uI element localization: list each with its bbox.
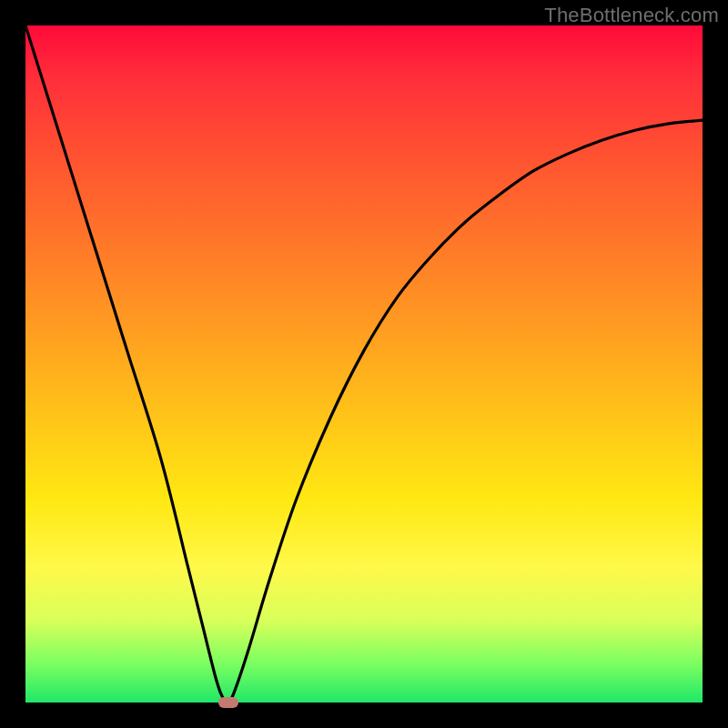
chart-frame: TheBottleneck.com bbox=[0, 0, 728, 728]
bottleneck-curve bbox=[25, 25, 703, 703]
plot-area bbox=[25, 25, 703, 703]
watermark-text: TheBottleneck.com bbox=[544, 4, 719, 27]
optimal-point-marker bbox=[218, 697, 238, 708]
